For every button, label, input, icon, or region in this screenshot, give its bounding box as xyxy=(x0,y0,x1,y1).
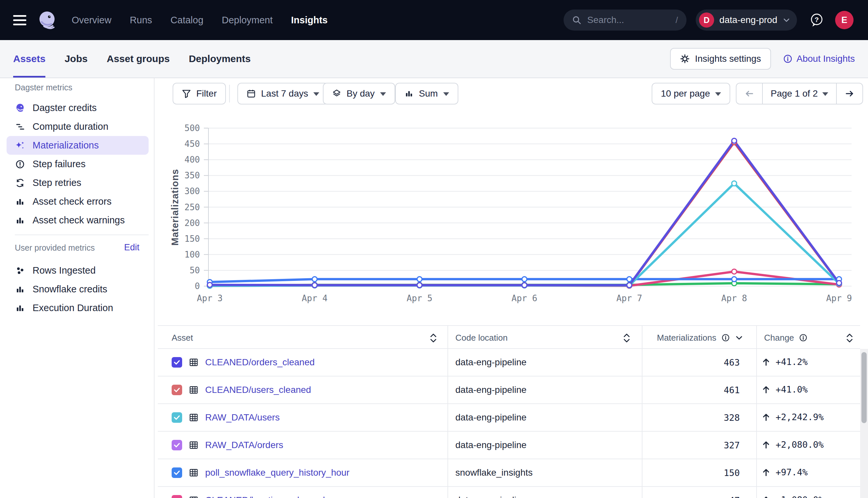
column-header-asset[interactable]: Asset xyxy=(171,326,193,350)
toolbar-divider xyxy=(229,85,230,103)
code-location-cell: data-eng-pipeline xyxy=(455,440,526,450)
nav-catalog[interactable]: Catalog xyxy=(171,15,204,26)
row-checkbox[interactable] xyxy=(171,468,182,478)
svg-text:50: 50 xyxy=(190,265,200,275)
asset-table-icon xyxy=(189,357,199,367)
sidebar-item-step-failures[interactable]: Step failures xyxy=(7,155,149,173)
search-input[interactable]: Search... / xyxy=(563,10,687,30)
column-header-materializations[interactable]: Materializations xyxy=(657,326,743,350)
previous-page-button[interactable] xyxy=(737,83,762,104)
sort-icon[interactable] xyxy=(846,333,854,343)
svg-text:Apr 5: Apr 5 xyxy=(407,293,432,303)
asset-link[interactable]: RAW_DATA/users xyxy=(205,412,280,423)
menu-icon[interactable] xyxy=(13,15,26,25)
caret-down-icon xyxy=(313,92,319,96)
dagster-metrics-heading: Dagster metrics xyxy=(15,83,72,92)
arrow-up-icon xyxy=(762,385,770,394)
column-header-code-location[interactable]: Code location xyxy=(455,326,508,350)
asset-link[interactable]: RAW_DATA/orders xyxy=(205,440,283,450)
arrow-up-icon xyxy=(762,357,770,367)
asset-link[interactable]: CLEANED/locations_cleaned xyxy=(205,495,325,498)
table-scrollbar-thumb[interactable] xyxy=(861,352,867,423)
arrow-up-icon xyxy=(762,468,770,477)
deployment-switcher[interactable]: D data-eng-prod xyxy=(696,10,797,30)
dagster-logo[interactable] xyxy=(38,11,56,29)
info-icon[interactable] xyxy=(799,333,808,342)
svg-text:Apr 9: Apr 9 xyxy=(826,293,852,303)
tab-asset-groups[interactable]: Asset groups xyxy=(106,40,170,78)
dots-icon xyxy=(15,266,25,276)
nav-runs[interactable]: Runs xyxy=(130,15,152,26)
layers-icon xyxy=(332,89,341,98)
column-header-change[interactable]: Change xyxy=(764,326,808,350)
change-cell: +41.2% xyxy=(762,357,808,367)
filter-button[interactable]: Filter xyxy=(173,83,226,104)
nav-overview[interactable]: Overview xyxy=(72,15,112,26)
materializations-cell: 47 xyxy=(729,495,740,498)
info-icon[interactable] xyxy=(721,333,730,342)
sidebar-item-asset-check-errors[interactable]: Asset check errors xyxy=(7,192,149,211)
row-checkbox[interactable] xyxy=(171,357,182,368)
chevron-down-icon xyxy=(782,16,790,24)
sidebar-item-materializations[interactable]: Materializations xyxy=(7,136,149,155)
page-selector[interactable]: Page 1 of 2 xyxy=(762,83,836,104)
chevron-down-icon[interactable] xyxy=(735,333,743,342)
nav-insights[interactable]: Insights xyxy=(291,15,328,26)
sidebar-item-execution-duration[interactable]: Execution Duration xyxy=(7,299,149,317)
caret-down-icon xyxy=(380,92,386,96)
row-checkbox[interactable] xyxy=(171,440,182,450)
duration-steps-icon xyxy=(15,122,25,132)
about-insights-link[interactable]: About Insights xyxy=(783,54,855,64)
change-cell: +97.4% xyxy=(762,467,808,477)
deployment-name: data-eng-prod xyxy=(719,15,777,25)
tab-deployments[interactable]: Deployments xyxy=(189,40,251,78)
svg-text:100: 100 xyxy=(184,250,200,260)
bar-chart-icon xyxy=(15,303,25,313)
change-cell: +1,080.0% xyxy=(762,495,824,498)
sidebar-item-compute-duration[interactable]: Compute duration xyxy=(7,117,149,136)
funnel-icon xyxy=(182,89,191,98)
row-checkbox[interactable] xyxy=(171,385,182,395)
change-cell: +2,242.9% xyxy=(762,412,824,422)
alert-circle-icon xyxy=(15,159,25,169)
aggregation-dropdown[interactable]: Sum xyxy=(395,83,458,104)
row-checkbox[interactable] xyxy=(171,412,182,423)
user-avatar[interactable]: E xyxy=(835,11,854,29)
sidebar-item-step-retries[interactable]: Step retries xyxy=(7,173,149,192)
gear-icon xyxy=(680,54,690,64)
sidebar-item-snowflake-credits[interactable]: Snowflake credits xyxy=(7,280,149,299)
help-button[interactable]: ? xyxy=(809,13,824,27)
date-range-dropdown[interactable]: Last 7 days xyxy=(238,83,329,104)
tab-jobs[interactable]: Jobs xyxy=(64,40,88,78)
svg-text:Apr 7: Apr 7 xyxy=(616,293,642,303)
sidebar-item-dagster-credits[interactable]: Dagster credits xyxy=(7,99,149,117)
search-shortcut-hint: / xyxy=(676,15,678,25)
sort-icon[interactable] xyxy=(430,333,437,343)
asset-link[interactable]: poll_snowflake_query_history_hour xyxy=(205,468,349,478)
bar-chart-icon xyxy=(15,215,25,225)
sidebar-item-asset-check-warnings[interactable]: Asset check warnings xyxy=(7,211,149,230)
change-cell: +2,080.0% xyxy=(762,440,824,450)
table-header: Asset Code location Materializations Cha… xyxy=(158,325,860,349)
dagster-credits-icon xyxy=(15,103,25,113)
materializations-cell: 150 xyxy=(724,468,740,478)
asset-link[interactable]: CLEANED/users_cleaned xyxy=(205,385,311,395)
tab-assets[interactable]: Assets xyxy=(13,40,46,78)
asset-link[interactable]: CLEANED/orders_cleaned xyxy=(205,357,315,368)
nav-deployment[interactable]: Deployment xyxy=(222,15,273,26)
calendar-icon xyxy=(246,89,256,98)
sort-icon[interactable] xyxy=(623,333,630,343)
edit-metrics-link[interactable]: Edit xyxy=(124,243,139,253)
group-by-dropdown[interactable]: By day xyxy=(323,83,395,104)
sidebar-item-rows-ingested[interactable]: Rows Ingested xyxy=(7,261,149,280)
table-row: RAW_DATA/orders data-eng-pipeline 327 +2… xyxy=(158,432,860,459)
row-checkbox[interactable] xyxy=(171,495,182,498)
caret-down-icon xyxy=(443,92,449,96)
per-page-dropdown[interactable]: 10 per page xyxy=(652,83,730,104)
bar-chart-icon xyxy=(405,89,413,98)
user-provided-metrics-heading: User provided metrics xyxy=(15,243,95,253)
insights-settings-button[interactable]: Insights settings xyxy=(670,48,771,70)
next-page-button[interactable] xyxy=(836,83,863,104)
search-icon xyxy=(572,15,581,25)
materializations-chart[interactable]: 050100150200250300350400450500Apr 3Apr 4… xyxy=(154,113,868,311)
